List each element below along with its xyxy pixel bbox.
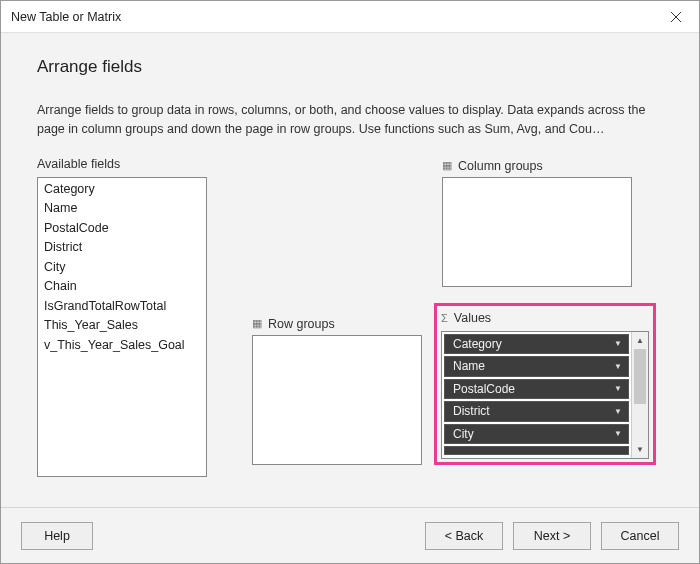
- chevron-down-icon[interactable]: ▼: [614, 407, 622, 416]
- window-title: New Table or Matrix: [11, 10, 653, 24]
- help-button[interactable]: Help: [21, 522, 93, 550]
- column-groups-dropzone[interactable]: [442, 177, 632, 287]
- scroll-track[interactable]: [632, 349, 648, 441]
- table-icon: ▦: [442, 159, 452, 172]
- values-highlight: Σ Values Category ▼ Name ▼: [434, 303, 656, 465]
- next-button[interactable]: Next >: [513, 522, 591, 550]
- content-area: Arrange fields Arrange fields to group d…: [1, 33, 699, 507]
- values-dropzone[interactable]: Category ▼ Name ▼ PostalCode ▼: [441, 331, 649, 459]
- chevron-down-icon[interactable]: ▼: [614, 362, 622, 371]
- sigma-icon: Σ: [441, 312, 448, 324]
- value-pill[interactable]: Name ▼: [444, 356, 629, 377]
- value-pill[interactable]: PostalCode ▼: [444, 379, 629, 400]
- field-item[interactable]: District: [38, 238, 206, 258]
- field-item[interactable]: IsGrandTotalRowTotal: [38, 297, 206, 317]
- value-pill[interactable]: City ▼: [444, 424, 629, 445]
- value-pill-label: City: [453, 427, 474, 441]
- chevron-down-icon[interactable]: ▼: [614, 384, 622, 393]
- page-description: Arrange fields to group data in rows, co…: [37, 101, 663, 139]
- value-pill-label: Category: [453, 337, 502, 351]
- table-icon: ▦: [252, 317, 262, 330]
- page-heading: Arrange fields: [37, 57, 663, 77]
- field-item[interactable]: Chain: [38, 277, 206, 297]
- fields-layout: Available fields Category Name PostalCod…: [37, 155, 663, 494]
- field-item[interactable]: City: [38, 258, 206, 278]
- value-pill[interactable]: District ▼: [444, 401, 629, 422]
- value-pill-label: PostalCode: [453, 382, 515, 396]
- field-item[interactable]: Name: [38, 199, 206, 219]
- values-list: Category ▼ Name ▼ PostalCode ▼: [442, 332, 631, 458]
- available-fields-list[interactable]: Category Name PostalCode District City C…: [37, 177, 207, 477]
- values-scrollbar[interactable]: ▲ ▼: [631, 332, 648, 458]
- field-item[interactable]: v_This_Year_Sales_Goal: [38, 336, 206, 356]
- field-item[interactable]: This_Year_Sales: [38, 316, 206, 336]
- back-button[interactable]: < Back: [425, 522, 503, 550]
- close-button[interactable]: [653, 1, 699, 33]
- row-groups-label: ▦ Row groups: [252, 315, 335, 333]
- row-groups-dropzone[interactable]: [252, 335, 422, 465]
- chevron-down-icon[interactable]: ▼: [614, 429, 622, 438]
- field-item[interactable]: PostalCode: [38, 219, 206, 239]
- scroll-up-button[interactable]: ▲: [632, 332, 648, 349]
- scroll-thumb[interactable]: [634, 349, 646, 404]
- cancel-button[interactable]: Cancel: [601, 522, 679, 550]
- available-fields-label: Available fields: [37, 155, 212, 173]
- field-item[interactable]: Category: [38, 180, 206, 200]
- chevron-down-icon[interactable]: ▼: [614, 339, 622, 348]
- close-icon: [671, 9, 681, 25]
- value-pill[interactable]: Category ▼: [444, 334, 629, 355]
- value-pill-label: Name: [453, 359, 485, 373]
- values-label: Σ Values: [441, 309, 649, 327]
- value-pill[interactable]: [444, 446, 629, 455]
- value-pill-label: District: [453, 404, 490, 418]
- titlebar: New Table or Matrix: [1, 1, 699, 33]
- available-fields-column: Available fields Category Name PostalCod…: [37, 155, 212, 494]
- footer: Help < Back Next > Cancel: [1, 507, 699, 563]
- scroll-down-button[interactable]: ▼: [632, 441, 648, 458]
- dialog-window: New Table or Matrix Arrange fields Arran…: [0, 0, 700, 564]
- column-groups-label: ▦ Column groups: [442, 157, 543, 175]
- groups-column: ▦ Column groups ▦ Row groups Σ Values: [252, 155, 663, 494]
